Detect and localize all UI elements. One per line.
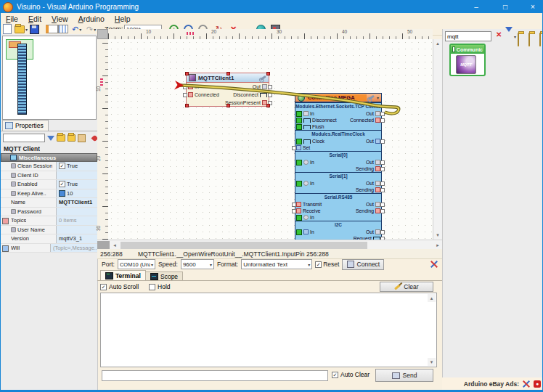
pin-connector[interactable] [380,181,385,186]
property-row[interactable]: Keep Alive.. 10 [1,189,97,199]
property-value[interactable]: MQTTClient1 [59,199,92,205]
tab-terminal[interactable]: Terminal [100,270,146,280]
pin-connector[interactable] [183,85,187,89]
tab-scope[interactable]: Scope [145,271,183,280]
pin-sessionpresent-label[interactable]: SessionPresent [225,100,261,105]
open-project-icon[interactable] [15,25,25,33]
scrollbar-thumb[interactable] [121,242,367,249]
pin-label[interactable]: Out [366,229,374,234]
mqtt-component-gallery-icon[interactable]: MQTT [456,55,476,74]
collapse-categories-icon[interactable] [539,33,541,46]
pin-connector[interactable] [380,167,385,171]
property-value[interactable]: mqttV3_1 [59,235,82,242]
scroll-up-icon[interactable]: ▴ [433,39,442,48]
send-message-input[interactable] [102,370,328,381]
ad-block-icon[interactable]: ● [534,380,541,388]
port-select[interactable]: COM10 (Unav▾ [118,259,155,269]
tab-properties[interactable]: Properties [2,120,49,131]
design-canvas[interactable]: MQTTClient1 In Out Connected Disconnect … [108,39,433,240]
open-dropdown-icon[interactable]: ▾ [25,27,28,32]
format-select[interactable]: Unformatted Text▾ [241,259,312,269]
collapse-all-icon[interactable] [68,134,76,142]
pin-connector[interactable] [380,230,385,234]
property-row[interactable]: Topics 0 Items [1,216,97,226]
auto-scroll-checkbox[interactable]: ✓Auto Scroll [100,283,139,290]
pin-label[interactable]: Sending [356,208,374,213]
toggle-grid-icon[interactable] [58,25,68,33]
pin-label[interactable]: In [310,181,314,186]
property-row[interactable]: Will (Topic=,Message.. [1,244,97,253]
menu-arduino[interactable]: Arduino [73,14,110,24]
filter-properties-icon[interactable] [47,136,54,141]
clear-button[interactable]: Clear [380,282,433,292]
navigator-thumbnail[interactable] [2,36,97,120]
scroll-up-icon[interactable]: ▴ [428,294,436,302]
pin-connector[interactable] [380,112,385,116]
property-row[interactable]: Clean Session ✓True [1,162,97,171]
pin-label[interactable]: Sending [356,166,374,171]
selection-handle[interactable] [266,72,270,75]
wrench-settings-icon[interactable] [260,75,266,81]
menu-view[interactable]: View [46,14,73,24]
topics-list-icon[interactable] [2,218,9,224]
pin-label[interactable]: In [310,229,314,234]
pin-connector[interactable] [292,209,296,213]
filter-components-icon[interactable] [505,32,513,45]
pin-label[interactable]: Flush [312,124,324,129]
pin-connector[interactable] [380,160,385,165]
categories-icon[interactable] [78,134,86,142]
pin-label[interactable]: Disconnect [312,118,337,123]
maximize-button[interactable]: □ [494,0,516,13]
pin-label[interactable]: Connected [350,118,374,123]
hold-checkbox[interactable]: Hold [149,283,170,290]
clear-search-icon[interactable]: ✕ [496,30,502,38]
close-button[interactable]: × [522,0,543,13]
pin-label[interactable]: Out [366,202,374,207]
menu-edit[interactable]: Edit [23,14,46,24]
pin-in-label[interactable]: In [195,84,199,89]
expand-all-icon[interactable] [57,134,65,142]
selection-handle[interactable] [185,72,189,75]
category-view-icon[interactable] [518,33,519,46]
selection-handle[interactable] [226,104,230,107]
canvas-horizontal-scrollbar[interactable]: ◂ ▸ [97,240,442,250]
save-project-icon[interactable] [30,25,39,34]
pin-connector[interactable] [268,93,272,97]
toggle-panels-icon[interactable] [46,25,58,33]
expand-plus-icon[interactable] [2,245,9,252]
pin-connector[interactable] [292,203,296,207]
pin-label[interactable]: Transmit [303,202,322,207]
checkbox-checked-icon[interactable]: ✓ [59,181,65,187]
pin-connector[interactable] [380,203,385,207]
chevron-down-icon[interactable]: ▾ [377,95,379,100]
pin-label[interactable]: Out [366,139,374,144]
pin-connector[interactable] [292,146,296,150]
pin-connector[interactable] [183,93,187,97]
category-header[interactable]: Communic [451,45,484,54]
menu-help[interactable]: Help [110,14,136,24]
property-row[interactable]: Enabled ✓True [1,180,97,189]
property-row[interactable]: User Name [1,226,97,235]
mega-component-header[interactable]: Controllino MEGA ▾ [295,94,381,102]
wrench-settings-icon[interactable] [368,95,375,101]
selection-handle[interactable] [266,104,270,107]
minimize-button[interactable]: – [465,0,487,13]
pin-label[interactable]: In [310,215,314,220]
properties-filter-input[interactable] [3,134,45,142]
pin-label[interactable]: Sending [356,187,374,192]
property-row[interactable]: Version mqttV3_1 [1,234,97,244]
pin-label[interactable]: Out [366,160,374,165]
selection-handle[interactable] [226,72,230,75]
disconnect-icon[interactable] [430,261,438,268]
pin-label[interactable]: Out [366,181,374,186]
property-row[interactable]: Password [1,208,97,217]
pin-label[interactable]: Out [366,111,374,116]
property-value[interactable]: (Topic=,Message.. [53,245,97,251]
checkbox-checked-icon[interactable]: ✓ [59,163,65,169]
pin-label[interactable]: Set [303,145,310,150]
pin-label[interactable]: Clock [312,139,324,144]
pin-disconnect-label[interactable]: Disconnect [233,92,258,97]
property-value[interactable]: 10 [67,190,73,197]
component-search-input[interactable] [445,31,491,41]
property-value[interactable]: 0 Items [59,217,77,224]
